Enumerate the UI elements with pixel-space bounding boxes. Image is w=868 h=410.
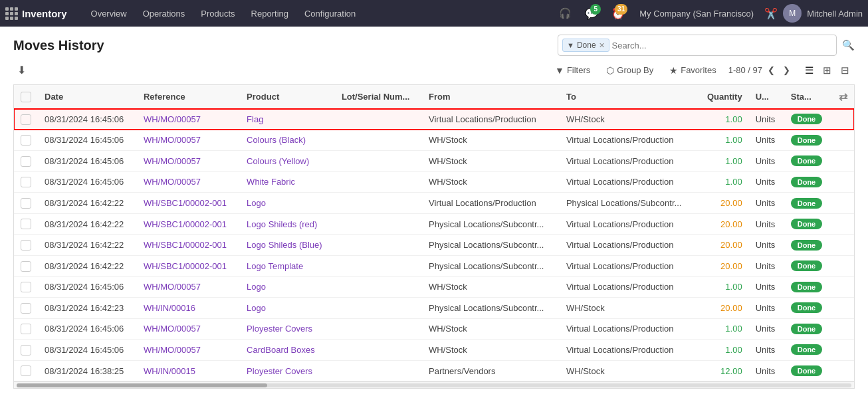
nav-products[interactable]: Products — [193, 0, 243, 27]
row-to: WH/Stock — [560, 109, 697, 130]
product-link[interactable]: Logo Template — [247, 261, 303, 271]
row-checkbox[interactable] — [21, 282, 31, 292]
row-checkbox[interactable] — [21, 156, 31, 167]
reference-link[interactable]: WH/MO/00057 — [144, 345, 201, 355]
table-row[interactable]: 08/31/2024 16:45:06 WH/MO/00057 Flag Vir… — [14, 109, 854, 130]
col-from[interactable]: From — [422, 85, 560, 109]
col-to[interactable]: To — [560, 85, 697, 109]
reference-link[interactable]: WH/MO/00057 — [144, 177, 201, 187]
col-adjust[interactable]: ⇄ — [832, 85, 854, 109]
product-link[interactable]: Ployester Covers — [247, 366, 312, 376]
filters-button[interactable]: ▼ Filters — [551, 62, 594, 78]
row-from: Physical Locations/Subcontr... — [422, 298, 560, 319]
select-all-checkbox[interactable] — [21, 92, 31, 102]
group-by-button[interactable]: ⬡ Group By — [602, 62, 657, 78]
row-checkbox[interactable] — [21, 324, 31, 334]
reference-link[interactable]: WH/SBC1/00002-001 — [144, 219, 227, 229]
row-checkbox[interactable] — [21, 240, 31, 251]
row-checkbox[interactable] — [21, 135, 31, 146]
col-lot[interactable]: Lot/Serial Num... — [335, 85, 422, 109]
reference-link[interactable]: WH/IN/00015 — [144, 366, 195, 376]
row-checkbox[interactable] — [21, 219, 31, 229]
product-link[interactable]: Ployester Covers — [247, 324, 312, 334]
filter-tag-close[interactable]: ✕ — [599, 41, 605, 50]
row-checkbox[interactable] — [21, 177, 31, 187]
row-quantity: 20.00 — [697, 235, 749, 256]
scrollbar-thumb[interactable] — [17, 383, 267, 387]
row-checkbox[interactable] — [21, 198, 31, 209]
table-row[interactable]: 08/31/2024 16:45:06 WH/MO/00057 Ployeste… — [14, 318, 854, 340]
product-link[interactable]: Colours (Black) — [247, 135, 306, 145]
product-link[interactable]: White Fabric — [247, 177, 295, 187]
reference-link[interactable]: WH/MO/00057 — [144, 282, 201, 292]
table-row[interactable]: 08/31/2024 16:45:06 WH/MO/00057 White Fa… — [14, 171, 854, 193]
col-checkbox[interactable] — [14, 85, 38, 109]
product-link[interactable]: Logo — [247, 303, 266, 313]
reference-link[interactable]: WH/SBC1/00002-001 — [144, 261, 227, 271]
table-row[interactable]: 08/31/2024 16:45:06 WH/MO/00057 Colours … — [14, 151, 854, 172]
adjust-columns-icon[interactable]: ⇄ — [839, 91, 847, 102]
prev-page-button[interactable]: ❮ — [765, 64, 778, 76]
search-input[interactable] — [609, 41, 832, 51]
col-status[interactable]: Sta... — [784, 85, 832, 109]
table-row[interactable]: 08/31/2024 16:42:22 WH/SBC1/00002-001 Lo… — [14, 255, 854, 276]
nav-configuration[interactable]: Configuration — [296, 0, 364, 27]
chat-btn[interactable]: 💬 5 — [581, 3, 602, 24]
reference-link[interactable]: WH/SBC1/00002-001 — [144, 198, 227, 208]
table-row[interactable]: 08/31/2024 16:42:23 WH/IN/00016 Logo Phy… — [14, 298, 854, 319]
table-row[interactable]: 08/31/2024 16:38:25 WH/IN/00015 Ployeste… — [14, 360, 854, 381]
product-link[interactable]: CardBoard Boxes — [247, 345, 315, 355]
download-button[interactable]: ⬇ — [15, 61, 29, 79]
list-view-button[interactable]: ☰ — [801, 62, 817, 79]
product-link[interactable]: Flag — [247, 114, 263, 124]
horizontal-scrollbar[interactable] — [14, 381, 854, 388]
support-icon-btn[interactable]: 🎧 — [554, 3, 576, 24]
reference-link[interactable]: WH/MO/00057 — [144, 114, 201, 124]
avatar[interactable]: M — [783, 4, 802, 23]
product-link[interactable]: Colours (Yellow) — [247, 156, 309, 166]
row-reference: WH/MO/00057 — [137, 318, 240, 340]
col-product[interactable]: Product — [240, 85, 335, 109]
kanban-view-button[interactable]: ⊞ — [819, 62, 835, 79]
nav-reporting[interactable]: Reporting — [243, 0, 296, 27]
company-name[interactable]: My Company (San Francisco) — [634, 9, 759, 19]
reference-link[interactable]: WH/IN/00016 — [144, 303, 195, 313]
product-link[interactable]: Logo Shileds (red) — [247, 219, 317, 229]
product-link[interactable]: Logo — [247, 282, 266, 292]
reference-link[interactable]: WH/SBC1/00002-001 — [144, 240, 227, 250]
nav-operations[interactable]: Operations — [135, 0, 193, 27]
row-checkbox[interactable] — [21, 261, 31, 272]
col-date[interactable]: Date — [38, 85, 137, 109]
col-reference[interactable]: Reference — [137, 85, 240, 109]
favorites-button[interactable]: ★ Favorites — [665, 62, 720, 78]
row-checkbox[interactable] — [21, 114, 31, 125]
search-icon[interactable]: 🔍 — [842, 39, 855, 51]
app-brand[interactable]: Inventory — [5, 7, 75, 20]
row-date: 08/31/2024 16:42:22 — [38, 213, 137, 235]
row-checkbox-cell — [14, 151, 38, 172]
table-row[interactable]: 08/31/2024 16:42:22 WH/SBC1/00002-001 Lo… — [14, 193, 854, 214]
table-row[interactable]: 08/31/2024 16:45:06 WH/MO/00057 Colours … — [14, 130, 854, 151]
product-link[interactable]: Logo Shileds (Blue) — [247, 240, 322, 250]
activity-btn[interactable]: ⏰ 31 — [607, 3, 629, 24]
groupby-icon: ⬡ — [606, 65, 614, 76]
col-unit[interactable]: U... — [749, 85, 784, 109]
reference-link[interactable]: WH/MO/00057 — [144, 135, 201, 145]
table-row[interactable]: 08/31/2024 16:42:22 WH/SBC1/00002-001 Lo… — [14, 235, 854, 256]
nav-overview[interactable]: Overview — [83, 0, 135, 27]
next-page-button[interactable]: ❯ — [780, 64, 793, 76]
user-name[interactable]: Mitchell Admin — [807, 9, 863, 19]
row-checkbox[interactable] — [21, 303, 31, 314]
app-name[interactable]: Inventory — [22, 8, 67, 19]
row-checkbox[interactable] — [21, 345, 31, 356]
row-checkbox[interactable] — [21, 365, 31, 376]
grid-view-button[interactable]: ⊟ — [837, 62, 853, 79]
table-row[interactable]: 08/31/2024 16:45:06 WH/MO/00057 Logo WH/… — [14, 276, 854, 298]
product-link[interactable]: Logo — [247, 198, 266, 208]
reference-link[interactable]: WH/MO/00057 — [144, 324, 201, 334]
reference-link[interactable]: WH/MO/00057 — [144, 156, 201, 166]
row-checkbox-cell — [14, 360, 38, 381]
table-row[interactable]: 08/31/2024 16:42:22 WH/SBC1/00002-001 Lo… — [14, 213, 854, 235]
table-row[interactable]: 08/31/2024 16:45:06 WH/MO/00057 CardBoar… — [14, 340, 854, 361]
col-quantity[interactable]: Quantity — [697, 85, 749, 109]
